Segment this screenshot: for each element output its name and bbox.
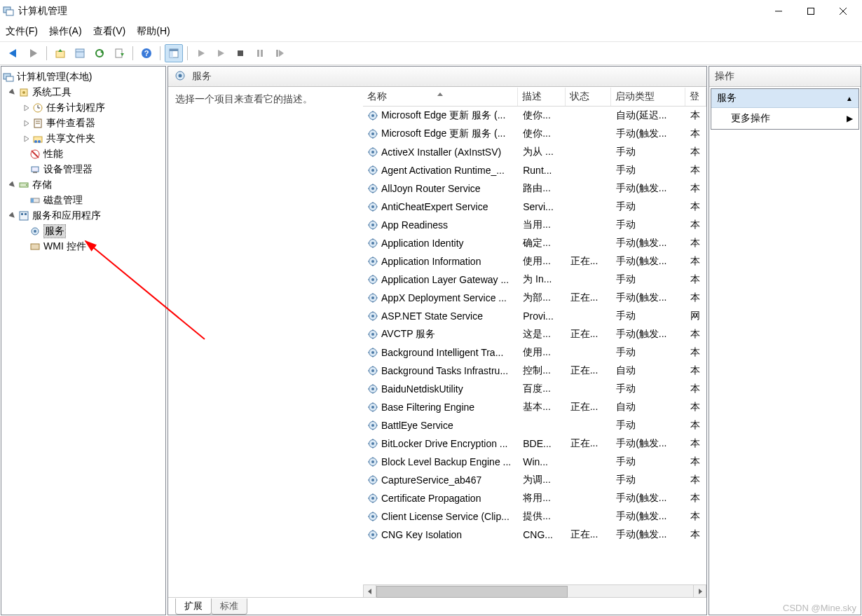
service-row[interactable]: Background Intelligent Tra...使用...手动本 [363,343,706,362]
horizontal-scrollbar[interactable] [363,584,706,597]
service-desc: 使用... [519,255,566,268]
tree-performance[interactable]: 性能 [1,146,165,162]
svg-marker-209 [699,589,702,594]
restart-button[interactable] [271,44,289,62]
service-row[interactable]: Client License Service (Clip...提供...手动(触… [363,507,706,526]
stop-button[interactable] [231,44,249,62]
service-startup: 自动 [612,364,686,377]
tab-extended[interactable]: 扩展 [175,598,212,615]
service-row[interactable]: Base Filtering Engine基本...正在...自动本 [363,398,706,416]
tree-device-manager[interactable]: 设备管理器 [1,162,165,177]
col-status[interactable]: 状态 [566,88,612,106]
svg-point-113 [371,260,374,263]
scroll-left-icon[interactable] [363,584,376,598]
service-logon: 本 [686,474,706,486]
service-row[interactable]: Microsoft Edge 更新 服务 (...使你...手动(触发...本 [363,125,706,143]
watermark: CSDN @Mine.sky [783,603,856,613]
tree-disk-management[interactable]: 磁盘管理 [1,193,165,208]
view-tabs: 扩展 标准 [168,597,706,615]
svg-point-149 [371,369,374,372]
minimize-button[interactable] [762,0,795,22]
clock-icon [32,102,43,114]
col-logon[interactable]: 登 [685,88,706,106]
col-startup[interactable]: 启动类型 [611,88,685,106]
service-row[interactable]: App Readiness当用...手动本 [363,216,706,234]
service-startup: 手动 [612,219,686,231]
show-hide-button[interactable] [165,44,183,62]
maximize-button[interactable] [795,0,827,22]
collapse-icon[interactable] [8,88,17,97]
svg-marker-21 [198,50,205,57]
service-row[interactable]: ActiveX Installer (AxInstSV)为从 ...手动本 [363,143,706,161]
pause-button[interactable] [251,44,269,62]
close-button[interactable] [827,0,859,22]
service-row[interactable]: CaptureService_ab467为调...手动本 [363,471,706,489]
service-row[interactable]: Application Identity确定...手动(触发...本 [363,234,706,252]
svg-marker-63 [437,93,443,96]
tree-wmi[interactable]: WMI 控件 [1,239,165,254]
service-row[interactable]: AVCTP 服务这是...正在...手动(触发...本 [363,325,706,343]
actions-section-title[interactable]: 服务 ▲ [711,89,858,108]
center-pane: 服务 选择一个项目来查看它的描述。 名称 描述 状态 启动类型 登 [167,66,707,615]
service-name: App Readiness [381,219,448,231]
tree-storage[interactable]: 存储 [1,177,165,193]
service-row[interactable]: Agent Activation Runtime_...Runt...手动本 [363,161,706,179]
tree-event-viewer[interactable]: 事件查看器 [1,116,165,131]
tree-task-scheduler[interactable]: 任务计划程序 [1,100,165,116]
service-name: ASP.NET State Service [381,310,483,322]
service-row[interactable]: AppX Deployment Service ...为部...正在...手动(… [363,289,706,307]
svg-point-32 [22,91,25,94]
service-name: Background Tasks Infrastru... [381,365,508,376]
svg-point-179 [371,460,374,463]
forward-button[interactable] [24,44,42,62]
collapse-icon[interactable] [8,181,17,189]
up-button[interactable] [51,44,69,62]
service-row[interactable]: BattlEye Service手动本 [363,416,706,434]
menu-view[interactable]: 查看(V) [93,25,126,38]
list-header[interactable]: 名称 描述 状态 启动类型 登 [363,88,706,107]
service-row[interactable]: BitLocker Drive Encryption ...BDE...正在..… [363,434,706,453]
collapse-icon[interactable] [8,212,17,220]
service-desc: BDE... [519,438,566,449]
submenu-icon: ▶ [847,114,853,123]
properties-button[interactable] [71,44,89,62]
service-startup: 自动 [612,401,686,413]
service-row[interactable]: AllJoyn Router Service路由...手动(触发...本 [363,179,706,198]
service-row[interactable]: Background Tasks Infrastru...控制...正在...自… [363,362,706,380]
col-name[interactable]: 名称 [363,88,518,106]
service-row[interactable]: AntiCheatExpert ServiceServi...手动本 [363,198,706,216]
help-button[interactable]: ? [137,44,156,62]
expand-icon[interactable] [22,135,31,143]
service-row[interactable]: ASP.NET State ServiceProvi...手动网 [363,307,706,325]
tree-system-tools[interactable]: 系统工具 [1,85,165,100]
expand-icon[interactable] [22,119,31,128]
export-button[interactable] [110,44,128,62]
service-logon: 本 [686,492,706,505]
tree-services[interactable]: 服务 [1,224,165,239]
svg-marker-30 [9,89,16,96]
expand-icon[interactable] [22,104,31,112]
tree-pane[interactable]: 计算机管理(本地) 系统工具 任务计划程序 事件查看器 [1,66,166,615]
refresh-button[interactable] [90,44,109,62]
service-row[interactable]: Application Layer Gateway ...为 In...手动本 [363,271,706,289]
service-row[interactable]: BaiduNetdiskUtility百度...手动本 [363,380,706,398]
menu-action[interactable]: 操作(A) [49,25,82,38]
service-row[interactable]: Microsoft Edge 更新 服务 (...使你...自动(延迟...本 [363,107,706,125]
scroll-thumb[interactable] [376,586,568,598]
scroll-right-icon[interactable] [693,584,706,598]
tree-shared-folders[interactable]: 共享文件夹 [1,131,165,146]
tree-services-apps[interactable]: 服务和应用程序 [1,208,165,224]
tab-standard[interactable]: 标准 [211,598,247,615]
service-row[interactable]: CNG Key IsolationCNG...正在...手动(触发...本 [363,526,706,544]
start-button[interactable] [192,44,210,62]
actions-more-ops[interactable]: 更多操作 ▶ [711,108,858,129]
back-button[interactable] [4,44,22,62]
service-row[interactable]: Block Level Backup Engine ...Win...手动本 [363,453,706,471]
start-alt-button[interactable] [212,44,230,62]
col-description[interactable]: 描述 [518,88,566,106]
service-row[interactable]: Certificate Propagation将用...手动(触发...本 [363,489,706,507]
tree-root[interactable]: 计算机管理(本地) [1,69,165,85]
service-row[interactable]: Application Information使用...正在...手动(触发..… [363,252,706,271]
menu-file[interactable]: 文件(F) [6,25,38,38]
menu-help[interactable]: 帮助(H) [137,25,170,38]
